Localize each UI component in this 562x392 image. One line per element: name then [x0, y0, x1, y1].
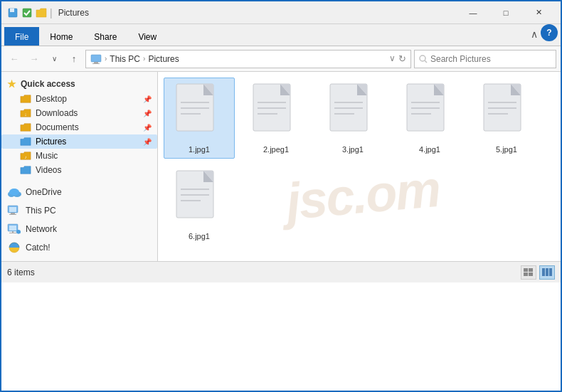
pin-icon: 📌 — [143, 95, 152, 103]
sidebar-item-videos[interactable]: Videos — [1, 163, 157, 177]
address-path[interactable]: › This PC › Pictures ∨ ↻ — [85, 50, 411, 68]
file-label: 1.jpg1 — [189, 145, 210, 154]
file-icon — [174, 83, 225, 145]
tab-share[interactable]: Share — [83, 27, 127, 46]
file-label: 4.jpg1 — [419, 145, 440, 154]
quick-access-label: Quick access — [21, 79, 75, 89]
svg-rect-5 — [92, 63, 100, 64]
sidebar-desktop-label: Desktop — [36, 94, 67, 104]
sidebar-item-catch[interactable]: Catch! — [1, 238, 157, 257]
sidebar-pictures-label: Pictures — [36, 137, 66, 147]
svg-rect-60 — [524, 268, 528, 272]
sidebar-downloads-label: Downloads — [36, 108, 78, 118]
file-label: 5.jpg1 — [496, 145, 517, 154]
file-item[interactable]: 3.jpg1 — [317, 78, 388, 159]
sidebar-documents-label: Documents — [36, 122, 79, 132]
pin-icon-pictures: 📌 — [143, 138, 152, 146]
statusbar: 6 items — [1, 261, 561, 282]
sidebar-thispc-label: This PC — [26, 206, 56, 216]
sidebar-item-music[interactable]: ♪ Music — [1, 149, 157, 163]
forward-button[interactable]: → — [26, 51, 43, 68]
svg-rect-61 — [529, 268, 533, 272]
checkmark-icon[interactable] — [21, 7, 33, 18]
file-item[interactable]: 6.jpg1 — [164, 164, 235, 245]
window-title: Pictures — [58, 8, 457, 18]
sidebar-onedrive-label: OneDrive — [26, 187, 62, 197]
tab-view[interactable]: View — [127, 27, 167, 46]
svg-rect-15 — [11, 213, 15, 214]
file-item[interactable]: 2.jpeg1 — [240, 78, 312, 159]
sidebar-item-documents[interactable]: Documents 📌 — [1, 120, 157, 134]
quick-access-header[interactable]: ★ Quick access — [1, 76, 157, 92]
divider: | — [50, 7, 53, 18]
sidebar-music-label: Music — [36, 151, 58, 161]
file-label: 6.jpg1 — [189, 232, 210, 240]
folder-videos-icon — [20, 165, 31, 175]
sidebar-item-desktop[interactable]: Desktop 📌 — [1, 92, 157, 106]
svg-rect-3 — [91, 55, 101, 62]
svg-rect-1 — [10, 9, 14, 12]
file-icon — [481, 83, 532, 145]
path-pictures[interactable]: Pictures — [148, 54, 179, 64]
file-item[interactable]: 4.jpg1 — [394, 78, 465, 159]
tab-file[interactable]: File — [4, 27, 39, 46]
tab-home[interactable]: Home — [39, 27, 83, 46]
path-refresh-icon[interactable]: ↻ — [398, 53, 406, 64]
folder-icon[interactable] — [36, 7, 47, 18]
search-box[interactable] — [414, 50, 556, 68]
svg-line-7 — [425, 60, 427, 63]
path-controls: ∨ ↻ — [389, 53, 406, 64]
sidebar-videos-label: Videos — [36, 165, 61, 175]
svg-rect-14 — [9, 207, 16, 212]
folder-documents-icon — [20, 122, 31, 132]
up-button[interactable]: ↑ — [65, 51, 83, 68]
large-icon-view-button[interactable] — [539, 265, 555, 280]
list-view-button[interactable] — [521, 265, 536, 280]
folder-pictures-icon — [20, 137, 31, 147]
help-button[interactable]: ? — [541, 24, 558, 41]
sidebar: ★ Quick access Desktop 📌 ↓ Downloads 📌 — [1, 72, 158, 261]
pin-icon-documents: 📌 — [143, 124, 152, 132]
svg-text:...: ... — [17, 231, 21, 235]
save-icon[interactable] — [7, 7, 18, 18]
sidebar-item-thispc[interactable]: This PC — [1, 201, 157, 220]
ribbon: File Home Share View ∧ ? — [1, 24, 561, 46]
file-label: 3.jpg1 — [342, 145, 364, 154]
maximize-button[interactable]: □ — [489, 1, 522, 24]
svg-rect-2 — [23, 9, 31, 17]
title-bar-icons: | — [7, 7, 53, 18]
close-button[interactable]: ✕ — [522, 1, 555, 24]
path-this-pc[interactable]: This PC — [110, 54, 140, 64]
path-dropdown-icon[interactable]: ∨ — [389, 53, 396, 64]
svg-rect-63 — [529, 272, 533, 276]
file-icon — [250, 83, 302, 145]
network-icon: ... — [7, 223, 21, 235]
minimize-button[interactable]: — — [457, 1, 489, 24]
sidebar-item-network[interactable]: ... Network — [1, 220, 157, 238]
file-item[interactable]: 1.jpg1 — [164, 78, 235, 159]
window-controls: — □ ✕ — [457, 1, 555, 24]
sidebar-sep-1 — [1, 177, 157, 183]
back-button[interactable]: ← — [6, 51, 23, 68]
sidebar-item-onedrive[interactable]: OneDrive — [1, 183, 157, 201]
svg-text:↓: ↓ — [24, 112, 27, 117]
file-icon — [174, 169, 225, 232]
file-label: 2.jpeg1 — [263, 145, 289, 154]
search-icon — [419, 55, 428, 63]
file-item[interactable]: 5.jpg1 — [471, 78, 542, 159]
search-input[interactable] — [430, 54, 544, 64]
dropdown-button[interactable]: ∨ — [46, 51, 63, 68]
sidebar-item-pictures[interactable]: Pictures 📌 — [1, 134, 157, 149]
sidebar-item-downloads[interactable]: ↓ Downloads 📌 — [1, 106, 157, 120]
folder-music-icon: ♪ — [20, 151, 31, 161]
addressbar: ← → ∨ ↑ › This PC › Pictures ∨ ↻ — [1, 46, 561, 72]
svg-rect-62 — [524, 272, 528, 276]
sidebar-catch-label: Catch! — [26, 243, 51, 253]
file-icon — [327, 83, 378, 145]
path-chevron-1: › — [105, 55, 107, 63]
path-chevron-2: › — [143, 55, 145, 63]
computer-icon — [7, 204, 21, 217]
star-icon: ★ — [7, 78, 16, 90]
computer-small-icon — [90, 54, 102, 64]
ribbon-collapse-icon[interactable]: ∧ — [531, 28, 538, 40]
